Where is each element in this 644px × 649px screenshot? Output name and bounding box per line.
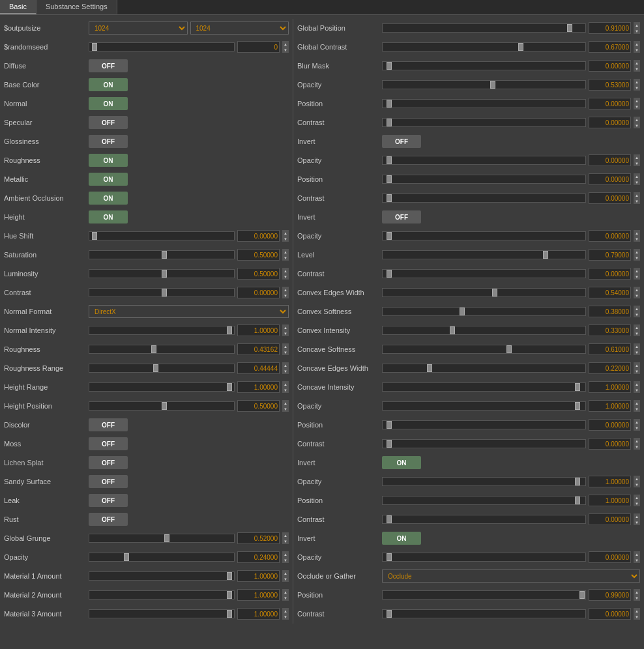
spin-up-R4[interactable]: ▲ <box>634 98 640 104</box>
tab-basic[interactable]: Basic <box>0 0 37 14</box>
spin-down-R26[interactable]: ▼ <box>634 519 640 525</box>
toggle-btn-R6[interactable]: OFF <box>382 135 421 148</box>
number-input-R8[interactable] <box>589 173 631 185</box>
spin-up-R22[interactable]: ▲ <box>634 438 640 444</box>
spin-up-R19[interactable]: ▲ <box>634 381 640 387</box>
number-input-R26[interactable] <box>589 513 631 525</box>
spin-up-R7[interactable]: ▲ <box>634 154 640 160</box>
spin-up-L9[interactable]: ▲ <box>282 230 289 236</box>
spin-down-R8[interactable]: ▼ <box>634 179 640 185</box>
spin-up-L16[interactable]: ▲ <box>282 362 289 368</box>
spin-down-L15[interactable]: ▼ <box>282 349 289 355</box>
spin-down-R4[interactable]: ▼ <box>634 104 640 109</box>
slider-R28[interactable] <box>382 553 586 562</box>
spin-down-L14[interactable]: ▼ <box>282 330 289 336</box>
spin-up-R26[interactable]: ▲ <box>634 513 640 519</box>
number-input-R14[interactable] <box>589 287 631 298</box>
number-input-L25[interactable] <box>237 532 280 544</box>
spin-up-R16[interactable]: ▲ <box>634 324 640 330</box>
spin-down-R16[interactable]: ▼ <box>634 330 640 336</box>
slider-L17[interactable] <box>89 382 235 392</box>
spin-down-R3[interactable]: ▼ <box>634 85 640 91</box>
toggle-btn-R27[interactable]: ON <box>382 532 421 545</box>
outputsize-select2[interactable]: 1024 <box>190 22 289 35</box>
spin-up-L27[interactable]: ▲ <box>282 570 289 576</box>
spin-down-R15[interactable]: ▼ <box>634 311 640 317</box>
number-input-R18[interactable] <box>589 362 631 374</box>
number-input-R21[interactable] <box>589 419 631 431</box>
randomseed-down[interactable]: ▼ <box>282 47 289 53</box>
spin-up-R25[interactable]: ▲ <box>634 495 640 500</box>
spin-down-R12[interactable]: ▼ <box>634 255 640 261</box>
number-input-R22[interactable] <box>589 438 631 450</box>
spin-down-R7[interactable]: ▼ <box>634 160 640 166</box>
number-input-L18[interactable] <box>237 400 280 412</box>
spin-up-R3[interactable]: ▲ <box>634 79 640 85</box>
spin-down-L12[interactable]: ▼ <box>282 293 289 298</box>
slider-R24[interactable] <box>382 477 586 486</box>
slider-R22[interactable] <box>382 439 586 448</box>
slider-R14[interactable] <box>382 288 586 297</box>
spin-up-R24[interactable]: ▲ <box>634 476 640 482</box>
spin-down-R14[interactable]: ▼ <box>634 293 640 298</box>
slider-R7[interactable] <box>382 156 586 165</box>
spin-down-R17[interactable]: ▼ <box>634 349 640 355</box>
dropdown-R29[interactable]: Occlude <box>382 570 640 583</box>
spin-up-R9[interactable]: ▲ <box>634 192 640 198</box>
spin-up-L25[interactable]: ▲ <box>282 532 289 538</box>
number-input-R19[interactable] <box>589 381 631 393</box>
spin-up-R0[interactable]: ▲ <box>634 22 640 28</box>
spin-up-R5[interactable]: ▲ <box>634 117 640 123</box>
spin-down-L26[interactable]: ▼ <box>282 557 289 563</box>
spin-up-R11[interactable]: ▲ <box>634 230 640 236</box>
slider-L27[interactable] <box>89 571 235 581</box>
toggle-btn-L20[interactable]: OFF <box>89 437 128 450</box>
number-input-R5[interactable] <box>589 117 631 128</box>
spin-down-R0[interactable]: ▼ <box>634 28 640 34</box>
number-input-R9[interactable] <box>589 192 631 204</box>
slider-R3[interactable] <box>382 80 586 89</box>
toggle-btn-L19[interactable]: OFF <box>89 418 128 431</box>
slider-R5[interactable] <box>382 118 586 127</box>
number-input-L16[interactable] <box>237 362 280 374</box>
spin-up-L14[interactable]: ▲ <box>282 324 289 330</box>
number-input-R1[interactable] <box>589 41 631 53</box>
spin-up-R14[interactable]: ▲ <box>634 287 640 293</box>
slider-L28[interactable] <box>89 590 235 599</box>
number-input-L11[interactable] <box>237 268 280 280</box>
spin-up-R30[interactable]: ▲ <box>634 589 640 595</box>
number-input-R20[interactable] <box>589 400 631 412</box>
slider-R19[interactable] <box>382 382 586 392</box>
spin-down-R20[interactable]: ▼ <box>634 406 640 412</box>
slider-L10[interactable] <box>89 250 235 259</box>
toggle-btn-L23[interactable]: OFF <box>89 494 128 507</box>
number-input-R17[interactable] <box>589 343 631 355</box>
slider-R21[interactable] <box>382 420 586 429</box>
slider-L25[interactable] <box>89 534 235 543</box>
number-input-R3[interactable] <box>589 79 631 91</box>
spin-up-R28[interactable]: ▲ <box>634 551 640 557</box>
spin-down-R19[interactable]: ▼ <box>634 387 640 393</box>
number-input-L27[interactable] <box>237 570 280 582</box>
spin-down-L27[interactable]: ▼ <box>282 576 289 582</box>
number-input-R28[interactable] <box>589 551 631 563</box>
spin-down-L10[interactable]: ▼ <box>282 255 289 261</box>
toggle-btn-L0[interactable]: OFF <box>89 59 128 72</box>
toggle-btn-R10[interactable]: OFF <box>382 210 421 224</box>
number-input-R2[interactable] <box>589 60 631 72</box>
number-input-L14[interactable] <box>237 324 280 336</box>
spin-up-R1[interactable]: ▲ <box>634 41 640 47</box>
number-input-R4[interactable] <box>589 98 631 109</box>
spin-down-L16[interactable]: ▼ <box>282 368 289 374</box>
spin-up-L15[interactable]: ▲ <box>282 343 289 349</box>
spin-down-R31[interactable]: ▼ <box>634 614 640 620</box>
number-input-R0[interactable] <box>589 22 631 34</box>
spin-up-R20[interactable]: ▲ <box>634 400 640 406</box>
toggle-btn-L5[interactable]: ON <box>89 154 128 167</box>
slider-L26[interactable] <box>89 553 235 562</box>
spin-down-R22[interactable]: ▼ <box>634 444 640 450</box>
number-input-L9[interactable] <box>237 230 280 242</box>
spin-down-R30[interactable]: ▼ <box>634 595 640 601</box>
slider-L16[interactable] <box>89 364 235 373</box>
dropdown-L13[interactable]: DirectX <box>89 305 289 318</box>
